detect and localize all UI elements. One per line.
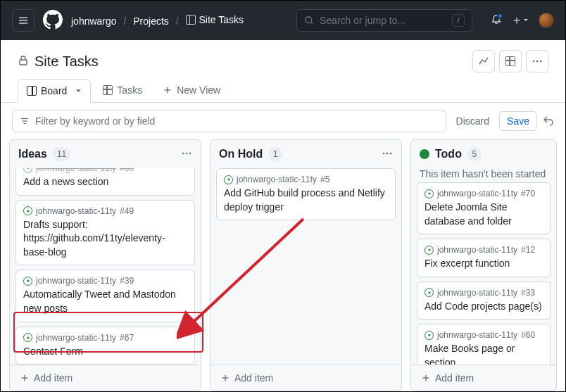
page-title: Site Tasks <box>34 53 99 70</box>
svg-point-8 <box>533 61 535 63</box>
card-title: Add Code projects page(s) <box>424 300 543 314</box>
create-menu[interactable] <box>512 15 529 25</box>
plus-icon <box>20 373 30 383</box>
column-on-hold: On Hold 1 johnwargo-static-11ty #5 Add G… <box>210 139 402 391</box>
slash-shortcut: / <box>452 14 465 27</box>
column-menu-button[interactable] <box>181 148 192 161</box>
graph-icon <box>478 56 489 67</box>
issue-card[interactable]: johnwargo-static-11ty #39 Automatically … <box>15 270 195 322</box>
filter-icon <box>20 116 30 126</box>
search-input[interactable]: Search or jump to... / <box>296 9 472 32</box>
card-title: Delete Joomla Site database and folder <box>424 201 543 228</box>
svg-point-18 <box>189 152 191 154</box>
avatar[interactable] <box>539 13 554 28</box>
column-count-badge: 1 <box>268 147 282 161</box>
kebab-icon <box>181 148 192 159</box>
breadcrumb-project[interactable]: Site Tasks <box>186 14 244 25</box>
issue-card[interactable]: johnwargo-static-11ty #60 Make Books pag… <box>417 324 551 365</box>
add-item-button[interactable]: Add item <box>10 365 201 391</box>
column-title: Todo <box>435 148 462 160</box>
svg-point-22 <box>386 152 389 154</box>
new-view-button[interactable]: New View <box>154 79 229 101</box>
plus-icon <box>421 373 431 383</box>
issue-card[interactable]: johnwargo-static-11ty #67 Contact Form <box>15 327 195 365</box>
issue-open-icon <box>23 333 32 342</box>
card-title: Automatically Tweet and Mastodon new pos… <box>23 288 187 315</box>
kebab-icon <box>532 56 543 67</box>
svg-point-21 <box>383 152 385 154</box>
column-cards[interactable]: johnwargo-static-11ty #53 Add a news sec… <box>10 168 201 365</box>
undo-icon <box>543 115 554 126</box>
tab-board[interactable]: Board <box>18 79 91 103</box>
issue-card[interactable]: johnwargo-static-11ty #33 Add Code proje… <box>417 282 551 320</box>
card-title: Add GitHub build process and Netlify dep… <box>224 186 388 214</box>
issue-open-icon <box>424 288 434 297</box>
svg-point-17 <box>186 152 188 154</box>
lock-icon <box>18 55 29 68</box>
notifications-icon[interactable] <box>491 14 502 27</box>
card-title: Contact Form <box>23 345 187 359</box>
issue-open-icon <box>424 189 434 198</box>
breadcrumb-user[interactable]: johnwargo <box>71 15 117 27</box>
column-ideas: Ideas 11 johnwargo-static-11ty #53 Add a… <box>9 139 201 391</box>
settings-button[interactable] <box>499 50 522 72</box>
column-cards[interactable]: johnwargo-static-11ty #5 Add GitHub buil… <box>210 168 401 365</box>
notification-dot-icon <box>497 13 503 19</box>
plus-icon <box>163 85 172 95</box>
page-header: Site Tasks <box>1 40 565 78</box>
issue-card[interactable]: johnwargo-static-11ty #5 Add GitHub buil… <box>216 168 396 220</box>
filter-input[interactable] <box>12 110 446 132</box>
view-tabs: Board Tasks New View <box>1 78 565 103</box>
svg-point-16 <box>182 152 184 154</box>
discard-button[interactable]: Discard <box>452 113 493 129</box>
save-button[interactable]: Save <box>499 111 537 131</box>
search-icon <box>304 15 314 25</box>
revert-button[interactable] <box>543 115 554 128</box>
chevron-down-icon[interactable] <box>75 85 82 96</box>
issue-open-icon <box>23 168 32 173</box>
filter-bar: Discard Save <box>1 103 565 139</box>
table-icon <box>103 85 113 95</box>
tab-tasks[interactable]: Tasks <box>94 78 151 102</box>
column-count-badge: 5 <box>467 147 482 161</box>
issue-open-icon <box>23 206 32 215</box>
column-menu-button[interactable] <box>382 148 393 161</box>
card-title: Drafts support: https://github.com/11ty/… <box>23 218 187 260</box>
global-header: johnwargo / Projects / Site Tasks Search… <box>1 1 565 40</box>
board-icon <box>27 86 37 96</box>
column-count-badge: 11 <box>53 147 70 161</box>
issue-card[interactable]: johnwargo-static-11ty #12 Fix excerpt fu… <box>417 239 551 277</box>
card-title: Add a news section <box>23 175 187 189</box>
project-icon <box>186 15 196 25</box>
svg-point-3 <box>306 17 312 23</box>
status-dot-icon <box>420 149 429 159</box>
issue-open-icon <box>224 175 233 184</box>
column-title: On Hold <box>219 148 263 160</box>
plus-icon <box>220 373 230 383</box>
board: Ideas 11 johnwargo-static-11ty #53 Add a… <box>1 139 565 392</box>
github-logo-icon[interactable] <box>43 10 63 32</box>
issue-card[interactable]: johnwargo-static-11ty #70 Delete Joomla … <box>417 182 551 234</box>
issue-card[interactable]: johnwargo-static-11ty #49 Drafts support… <box>15 200 195 266</box>
svg-point-10 <box>540 61 542 63</box>
column-title: Ideas <box>18 148 47 160</box>
menu-button[interactable] <box>12 9 34 32</box>
issue-open-icon <box>424 246 434 255</box>
kebab-icon <box>382 148 393 159</box>
issue-open-icon <box>23 277 32 286</box>
svg-line-4 <box>311 23 313 25</box>
issue-card[interactable]: johnwargo-static-11ty #53 Add a news sec… <box>15 168 195 196</box>
insights-button[interactable] <box>472 50 495 72</box>
column-todo: Todo 5 This item hasn't been started joh… <box>410 139 557 391</box>
svg-rect-7 <box>20 60 27 65</box>
card-title: Fix excerpt function <box>424 257 543 271</box>
issue-open-icon <box>424 331 434 340</box>
svg-point-9 <box>536 61 539 63</box>
svg-point-23 <box>390 152 392 154</box>
add-item-button[interactable]: Add item <box>210 365 401 391</box>
add-item-button[interactable]: Add item <box>411 365 556 391</box>
column-cards[interactable]: johnwargo-static-11ty #70 Delete Joomla … <box>411 182 556 365</box>
more-button[interactable] <box>526 50 548 72</box>
breadcrumb-projects[interactable]: Projects <box>133 15 169 27</box>
search-placeholder: Search or jump to... <box>320 15 405 26</box>
